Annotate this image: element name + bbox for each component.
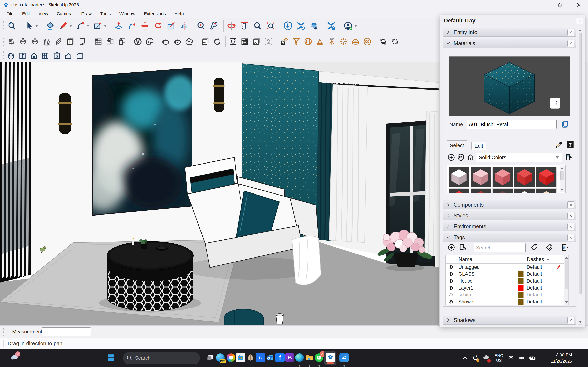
material-swatch[interactable] [493,188,513,193]
toolbar-grip[interactable] [1,50,4,61]
toolbar-button[interactable] [265,20,277,32]
toolbar-button[interactable] [223,20,238,32]
section-close-button[interactable] [567,223,574,230]
tab-select[interactable]: Select [447,141,467,150]
material-swatch[interactable] [471,188,491,193]
materials-collection-dropdown[interactable]: Solid Colors [476,152,562,162]
tag-dash-style[interactable]: Default [527,299,553,305]
tag-visibility-toggle[interactable] [446,299,456,304]
section-close-button[interactable] [567,212,574,219]
toolbar-button[interactable] [376,36,389,47]
tag-visibility-toggle[interactable] [446,271,456,277]
bing-icon[interactable]: B [285,353,294,362]
toolbar-button[interactable] [65,36,76,47]
toolbar-button[interactable] [74,20,91,32]
section-close-button[interactable] [567,317,574,324]
edge-dev-icon[interactable]: PRE [216,353,225,362]
material-swatch[interactable] [449,188,469,193]
microsoft-store-icon[interactable] [236,353,245,362]
section-materials[interactable]: Materials [443,39,576,48]
tag-color-chip[interactable] [515,278,527,284]
toolbar-button[interactable] [116,36,127,47]
toolbar-grip[interactable] [1,36,4,47]
tags-filter-icon[interactable] [545,243,554,252]
section-close-button[interactable] [567,40,574,47]
tag-name[interactable]: Layer1 [456,285,515,291]
view-button[interactable] [40,51,51,61]
tag-name[interactable]: House [456,278,515,284]
toolbar-button[interactable] [225,36,238,47]
toolbar-button[interactable] [6,20,18,32]
rename-tag-icon[interactable] [530,243,539,252]
language-indicator[interactable]: ENGUS [494,353,503,363]
restore-button[interactable] [551,0,570,10]
section-shadows[interactable]: Shadows [443,316,576,325]
3d-viewer-icon[interactable] [246,353,255,362]
toolbar-button[interactable] [251,36,262,47]
toolbar-button[interactable] [57,20,73,32]
tag-visibility-toggle[interactable] [446,264,456,270]
tool-caret-icon[interactable] [86,25,90,27]
menu-item[interactable]: View [34,11,52,17]
toolbar-button[interactable] [17,36,29,47]
tag-name[interactable]: schita [456,292,515,298]
minimize-button[interactable] [533,0,551,10]
toolbar-button[interactable] [77,36,88,47]
outlook-icon[interactable] [265,353,275,362]
tag-search-input[interactable] [474,243,526,252]
tag-details-icon[interactable] [561,243,569,252]
toolbar-button[interactable] [21,20,39,32]
volume-icon[interactable] [518,355,525,361]
tab-edit[interactable]: Edit [471,142,486,150]
home-collection-icon[interactable] [466,153,475,162]
toolbar-button[interactable] [362,36,373,47]
toolbar-button[interactable] [172,36,183,47]
toolbar-button[interactable] [41,36,52,47]
toolbar-button[interactable] [152,20,164,32]
toolbar-button[interactable] [139,20,151,32]
toolbar-button[interactable] [340,20,359,32]
facebook-icon[interactable]: f [275,353,285,362]
section-styles[interactable]: Styles [443,211,576,220]
tag-row[interactable]: schita Default [446,291,569,298]
in-model-materials-icon[interactable] [457,153,465,162]
section-close-button[interactable] [567,234,574,241]
material-swatch[interactable] [536,167,557,187]
toolbar-button[interactable] [280,20,294,32]
create-material-button[interactable] [566,140,575,149]
menu-item[interactable]: Camera [52,11,77,17]
toolbar-button[interactable] [29,36,40,47]
toolbar-button[interactable] [350,36,361,47]
viewport-3d-scene[interactable] [0,62,439,325]
toolbar-button[interactable] [212,36,223,47]
material-swatch[interactable] [536,188,557,193]
copilot-icon[interactable] [226,353,236,362]
tag-dash-style[interactable]: Default [527,264,553,270]
tool-caret-icon[interactable] [35,25,38,27]
toolbar-button[interactable] [104,36,116,47]
material-swatch[interactable] [514,167,535,187]
tray-close-button[interactable] [576,17,583,25]
tag-visibility-toggle[interactable] [446,285,456,291]
tray-scrollbar[interactable] [578,28,582,325]
section-close-button[interactable] [567,29,574,36]
taskbar-search[interactable]: Search [123,352,200,364]
menu-item[interactable]: Draw [77,11,96,17]
measurements-input[interactable] [42,327,91,336]
toolbar-button[interactable] [193,20,208,32]
toolbar-button[interactable] [53,36,64,47]
material-swatch[interactable] [514,188,535,193]
toolbar-button[interactable] [126,20,138,32]
photos-icon[interactable] [339,353,349,362]
toolbar-button[interactable] [198,36,211,47]
file-explorer-icon[interactable] [305,353,314,362]
menu-item[interactable]: Window [115,11,140,17]
sketchup-app-icon[interactable] [324,351,337,365]
tag-row[interactable]: Shower Default [446,298,569,305]
edge-icon[interactable] [295,353,304,362]
add-tag-folder-button[interactable] [458,243,467,252]
copy-material-button[interactable] [561,120,570,129]
tag-visibility-toggle[interactable] [446,278,456,284]
menu-item[interactable]: Extensions [140,11,170,17]
view-button[interactable] [74,51,85,61]
